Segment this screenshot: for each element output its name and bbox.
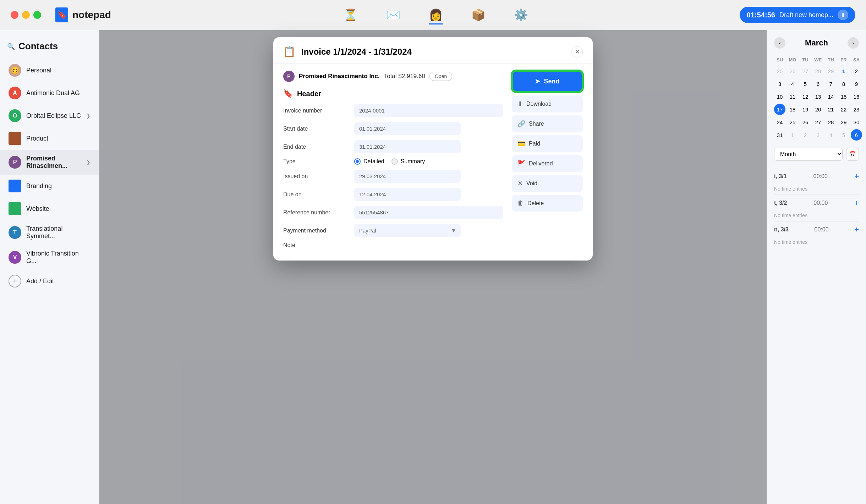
type-label: Type bbox=[283, 158, 354, 165]
void-button[interactable]: ✕ Void bbox=[512, 175, 583, 192]
cal-day[interactable]: 4 bbox=[825, 129, 837, 141]
nav-person[interactable]: 👩 bbox=[429, 8, 443, 22]
cal-day[interactable]: 8 bbox=[838, 78, 849, 89]
time-add-button[interactable]: + bbox=[854, 172, 859, 181]
time-add-button[interactable]: + bbox=[854, 225, 859, 234]
cal-day[interactable]: 31 bbox=[774, 129, 785, 141]
cal-day[interactable]: 2 bbox=[851, 65, 862, 77]
sidebar-item-website[interactable]: Website bbox=[0, 197, 99, 220]
sidebar-item-antimonic[interactable]: A Antimonic Dual AG bbox=[0, 82, 99, 104]
cal-day-6[interactable]: 6 bbox=[851, 129, 862, 141]
cal-day[interactable]: 16 bbox=[851, 91, 862, 102]
maximize-button[interactable] bbox=[33, 11, 41, 19]
timer-pause-button[interactable]: ⏸ bbox=[838, 10, 848, 20]
cal-day[interactable]: 27 bbox=[812, 116, 824, 128]
cal-day[interactable]: 26 bbox=[787, 65, 798, 77]
cal-day[interactable]: 25 bbox=[787, 116, 798, 128]
share-button[interactable]: 🔗 Share bbox=[512, 115, 583, 132]
start-date-input[interactable] bbox=[354, 122, 461, 135]
cal-day[interactable]: 2 bbox=[800, 129, 811, 141]
time-add-button[interactable]: + bbox=[854, 198, 859, 208]
sidebar-item-orbital[interactable]: O Orbital Eclipse LLC ❯ bbox=[0, 104, 99, 127]
cal-day[interactable]: 3 bbox=[812, 129, 824, 141]
action-sidebar: ➤ Send ⬇ Download 🔗 Share 💳 bbox=[512, 71, 583, 253]
cal-day[interactable]: 28 bbox=[812, 65, 824, 77]
cal-day[interactable]: 29 bbox=[838, 116, 849, 128]
add-edit-label: Add / Edit bbox=[26, 278, 91, 285]
share-icon: 🔗 bbox=[517, 120, 525, 128]
sidebar-item-branding[interactable]: Branding bbox=[0, 175, 99, 197]
cal-day[interactable]: 22 bbox=[838, 104, 849, 115]
cal-day[interactable]: 20 bbox=[812, 104, 824, 115]
minimize-button[interactable] bbox=[22, 11, 30, 19]
cal-day[interactable]: 18 bbox=[787, 104, 798, 115]
sidebar-add-button[interactable]: + Add / Edit bbox=[0, 270, 99, 292]
delivered-label: Delivered bbox=[529, 160, 553, 167]
cal-day[interactable]: 12 bbox=[800, 91, 811, 102]
sidebar-item-personal[interactable]: 😊 Personal bbox=[0, 59, 99, 82]
modal-close-button[interactable]: ✕ bbox=[571, 46, 583, 57]
radio-detailed[interactable]: Detailed bbox=[354, 158, 384, 165]
search-icon[interactable]: 🔍 bbox=[7, 43, 15, 50]
cal-day[interactable]: 21 bbox=[825, 104, 837, 115]
cal-day[interactable]: 9 bbox=[851, 78, 862, 89]
calendar-view-select[interactable]: Month Week Day bbox=[774, 148, 843, 161]
cal-day[interactable]: 23 bbox=[851, 104, 862, 115]
radio-summary[interactable]: Summary bbox=[391, 158, 425, 165]
add-icon: + bbox=[9, 275, 21, 287]
cal-header-fr: FR bbox=[838, 56, 849, 64]
sidebar-item-product[interactable]: Product bbox=[0, 127, 99, 150]
cal-day[interactable]: 1 bbox=[787, 129, 798, 141]
invoice-modal: 📋 Invoice 1/1/2024 - 1/31/2024 ✕ P Promi… bbox=[273, 37, 593, 261]
nav-hourglass[interactable]: ⏳ bbox=[344, 8, 358, 22]
cal-day[interactable]: 14 bbox=[825, 91, 837, 102]
cal-day[interactable]: 4 bbox=[787, 78, 798, 89]
send-button[interactable]: ➤ Send bbox=[512, 71, 583, 92]
cal-day-today[interactable]: 17 bbox=[774, 104, 785, 115]
cal-day[interactable]: 7 bbox=[825, 78, 837, 89]
delete-button[interactable]: 🗑 Delete bbox=[512, 195, 583, 212]
cal-day[interactable]: 30 bbox=[851, 116, 862, 128]
calendar-today-button[interactable]: 📅 bbox=[846, 148, 859, 161]
issued-on-input[interactable] bbox=[354, 170, 461, 183]
nav-settings[interactable]: ⚙️ bbox=[514, 8, 528, 22]
sidebar-item-label: Vibronic Transition G... bbox=[26, 250, 91, 265]
calendar-header: ‹ March › bbox=[774, 37, 859, 49]
reference-number-input[interactable] bbox=[354, 206, 503, 219]
cal-day[interactable]: 11 bbox=[787, 91, 798, 102]
calendar-prev-button[interactable]: ‹ bbox=[774, 37, 785, 49]
calendar-next-button[interactable]: › bbox=[848, 37, 859, 49]
payment-method-select[interactable]: PayPal Credit Card Bank Transfer bbox=[354, 224, 461, 237]
cal-day[interactable]: 10 bbox=[774, 91, 785, 102]
cal-day[interactable]: 6 bbox=[812, 78, 824, 89]
cal-day[interactable]: 26 bbox=[800, 116, 811, 128]
payment-method-select-wrapper: PayPal Credit Card Bank Transfer ▼ bbox=[354, 224, 461, 237]
sidebar-item-vibronic[interactable]: V Vibronic Transition G... bbox=[0, 245, 99, 270]
end-date-input[interactable] bbox=[354, 140, 461, 153]
invoice-form: P Promised Rinascimento Inc. Total $2,91… bbox=[283, 71, 505, 253]
cal-day[interactable]: 5 bbox=[838, 129, 849, 141]
cal-day[interactable]: 13 bbox=[812, 91, 824, 102]
nav-package[interactable]: 📦 bbox=[471, 8, 486, 22]
download-button[interactable]: ⬇ Download bbox=[512, 95, 583, 113]
time-day-label: t, 3/2 bbox=[774, 200, 787, 206]
paid-button[interactable]: 💳 Paid bbox=[512, 135, 583, 152]
avatar: T bbox=[9, 226, 21, 239]
cal-day[interactable]: 5 bbox=[800, 78, 811, 89]
cal-day[interactable]: 24 bbox=[774, 116, 785, 128]
cal-day[interactable]: 3 bbox=[774, 78, 785, 89]
cal-day[interactable]: 27 bbox=[800, 65, 811, 77]
nav-mail[interactable]: ✉️ bbox=[386, 8, 400, 22]
sidebar-item-promised[interactable]: P Promised Rinascimen... ❯ bbox=[0, 150, 99, 175]
cal-day[interactable]: 28 bbox=[825, 116, 837, 128]
cal-day[interactable]: 29 bbox=[825, 65, 837, 77]
cal-day[interactable]: 19 bbox=[800, 104, 811, 115]
due-on-input[interactable] bbox=[354, 188, 461, 201]
delivered-button[interactable]: 🚩 Delivered bbox=[512, 155, 583, 172]
cal-day[interactable]: 15 bbox=[838, 91, 849, 102]
invoice-number-input[interactable] bbox=[354, 104, 503, 117]
cal-day[interactable]: 1 bbox=[838, 65, 849, 77]
cal-day[interactable]: 25 bbox=[774, 65, 785, 77]
close-button[interactable] bbox=[11, 11, 18, 19]
sidebar-item-translational[interactable]: T Translational Symmet... bbox=[0, 220, 99, 245]
